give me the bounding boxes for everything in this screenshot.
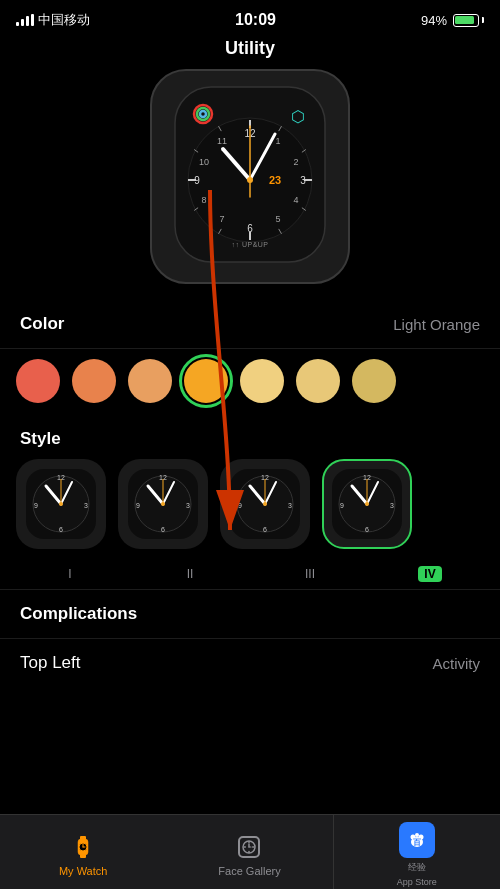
svg-text:5: 5	[275, 214, 280, 224]
color-swatches[interactable]	[0, 349, 500, 417]
tab-baidu[interactable]: 百 经验 App Store	[333, 815, 500, 889]
color-swatch-4[interactable]	[240, 359, 284, 403]
top-left-value: Activity	[432, 655, 480, 672]
top-left-label: Top Left	[20, 653, 81, 673]
color-section-row: Color Light Orange	[0, 300, 500, 349]
my-watch-icon	[69, 833, 97, 861]
carrier-name: 中国移动	[38, 11, 90, 29]
signal-bar-4	[31, 14, 34, 26]
signal-bar-2	[21, 19, 24, 26]
svg-text:3: 3	[288, 502, 292, 509]
watch-preview-frame: ⬡ 12 1	[150, 69, 350, 284]
style-item-IV[interactable]: 12369	[322, 459, 412, 549]
svg-text:↑↑ UP&UP: ↑↑ UP&UP	[231, 241, 268, 248]
color-swatch-3[interactable]	[184, 359, 228, 403]
my-watch-tab-label: My Watch	[59, 865, 108, 877]
svg-text:9: 9	[238, 502, 242, 509]
svg-text:9: 9	[340, 502, 344, 509]
page-title: Utility	[0, 36, 500, 69]
svg-text:1: 1	[275, 136, 280, 146]
svg-point-47	[59, 502, 63, 506]
svg-point-95	[415, 833, 419, 837]
svg-text:3: 3	[390, 502, 394, 509]
face-gallery-tab-label: Face Gallery	[218, 865, 280, 877]
tab-bar: My Watch Face Gallery	[0, 814, 500, 889]
svg-text:3: 3	[84, 502, 88, 509]
baidu-icon: 百	[399, 822, 435, 858]
watch-face-svg: ⬡ 12 1	[165, 82, 335, 272]
watch-preview-container: ⬡ 12 1	[0, 69, 500, 300]
svg-text:百: 百	[413, 838, 421, 847]
roman-numeral-III: III	[256, 567, 364, 581]
top-left-row[interactable]: Top Left Activity	[0, 638, 500, 687]
roman-numeral-II: II	[136, 567, 244, 581]
svg-text:9: 9	[34, 502, 38, 509]
battery-percent: 94%	[421, 13, 447, 28]
svg-text:6: 6	[263, 526, 267, 533]
svg-text:6: 6	[247, 223, 253, 234]
svg-text:6: 6	[59, 526, 63, 533]
svg-point-67	[263, 502, 267, 506]
svg-point-35	[247, 177, 253, 183]
signal-bars	[16, 14, 34, 26]
svg-text:9: 9	[136, 502, 140, 509]
svg-text:3: 3	[300, 175, 306, 186]
svg-rect-79	[80, 836, 86, 840]
status-bar: 中国移动 10:09 94%	[0, 0, 500, 36]
svg-text:23: 23	[269, 174, 281, 186]
svg-point-77	[365, 502, 369, 506]
svg-text:4: 4	[293, 195, 298, 205]
style-grid[interactable]: 12369123691236912369	[0, 459, 500, 563]
status-right: 94%	[421, 13, 484, 28]
style-item-II[interactable]: 12369	[118, 459, 208, 549]
signal-bar-3	[26, 16, 29, 26]
color-swatch-1[interactable]	[72, 359, 116, 403]
baidu-sub-label: App Store	[397, 877, 437, 887]
color-value: Light Orange	[393, 316, 480, 333]
roman-numerals-row: IIIIIIIV	[0, 563, 500, 589]
svg-text:6: 6	[161, 526, 165, 533]
svg-text:11: 11	[217, 136, 227, 146]
complications-label: Complications	[20, 604, 480, 624]
style-section-label: Style	[0, 417, 500, 459]
roman-numeral-IV: IV	[376, 567, 484, 581]
style-item-I[interactable]: 12369	[16, 459, 106, 549]
status-time: 10:09	[235, 11, 276, 29]
svg-text:7: 7	[219, 214, 224, 224]
complications-section: Complications	[0, 589, 500, 638]
color-swatch-2[interactable]	[128, 359, 172, 403]
roman-numeral-I: I	[16, 567, 124, 581]
svg-text:9: 9	[194, 175, 200, 186]
battery-indicator	[453, 14, 484, 27]
color-swatch-5[interactable]	[296, 359, 340, 403]
baidu-tab-label: 经验	[408, 861, 426, 874]
svg-text:2: 2	[293, 157, 298, 167]
tab-face-gallery[interactable]: Face Gallery	[166, 815, 332, 889]
svg-text:8: 8	[201, 195, 206, 205]
status-left: 中国移动	[16, 11, 90, 29]
tab-my-watch[interactable]: My Watch	[0, 815, 166, 889]
svg-rect-80	[80, 854, 86, 858]
svg-text:6: 6	[365, 526, 369, 533]
color-swatch-0[interactable]	[16, 359, 60, 403]
svg-text:10: 10	[199, 157, 209, 167]
color-label: Color	[20, 314, 64, 334]
style-item-III[interactable]: 12369	[220, 459, 310, 549]
face-gallery-icon	[235, 833, 263, 861]
signal-bar-1	[16, 22, 19, 26]
svg-text:3: 3	[186, 502, 190, 509]
color-swatch-6[interactable]	[352, 359, 396, 403]
svg-text:⬡: ⬡	[291, 108, 305, 125]
svg-point-57	[161, 502, 165, 506]
